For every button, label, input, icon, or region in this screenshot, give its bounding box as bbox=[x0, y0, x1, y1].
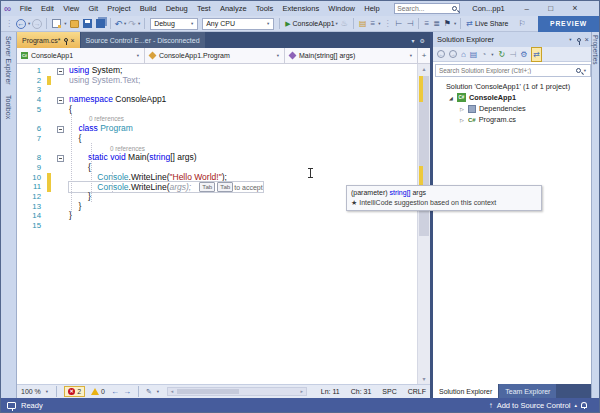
sync-with-active-document-icon[interactable]: ⇄ bbox=[531, 47, 542, 62]
solution-search-input[interactable] bbox=[439, 67, 574, 74]
bookmark-icon[interactable]: ⚑ bbox=[444, 19, 451, 28]
start-debugging-label[interactable]: ConsoleApp1 bbox=[293, 20, 335, 27]
server-explorer-tab[interactable]: Server Explorer bbox=[5, 36, 12, 85]
horizontal-scrollbar[interactable]: ◂ ▸ bbox=[167, 387, 307, 396]
minimize-button[interactable]: – bbox=[515, 1, 539, 16]
error-count-badge[interactable]: ✕ 2 bbox=[64, 386, 85, 397]
code-text[interactable]: { bbox=[69, 105, 72, 115]
menu-item-view[interactable]: View bbox=[59, 4, 84, 13]
project-dropdown[interactable]: C# ConsoleApp1 ▾ bbox=[17, 48, 145, 63]
preview-button[interactable]: PREVIEW bbox=[538, 16, 599, 32]
navigate-forward-icon[interactable]: → bbox=[32, 19, 42, 29]
tree-item-dependencies[interactable]: ▷Dependencies bbox=[433, 103, 593, 114]
menu-item-extensions[interactable]: Extensions bbox=[278, 4, 324, 13]
solution-platform-select[interactable]: Any CPU ▾ bbox=[202, 18, 274, 30]
back-icon[interactable]: ← bbox=[437, 50, 445, 58]
code-text[interactable]: using System.Text; bbox=[69, 76, 140, 86]
menu-item-tools[interactable]: Tools bbox=[251, 4, 278, 13]
feedback-status-icon[interactable] bbox=[7, 402, 16, 409]
toolbar-grip-icon[interactable]: ⋮ bbox=[384, 19, 392, 28]
switch-views-icon[interactable]: ▤ bbox=[470, 48, 478, 61]
close-panel-icon[interactable]: × bbox=[585, 35, 589, 44]
toolbox-tab[interactable]: Toolbox bbox=[5, 95, 12, 119]
indent-icon[interactable]: ⊢ bbox=[396, 19, 403, 28]
vertical-scrollbar[interactable]: ▴ ▾ bbox=[417, 64, 430, 384]
collapse-region-icon[interactable] bbox=[57, 97, 64, 104]
menu-item-file[interactable]: File bbox=[15, 4, 36, 13]
redo-caret-icon[interactable]: ▾ bbox=[138, 21, 140, 26]
expander-icon[interactable]: ◢ bbox=[448, 95, 454, 101]
add-to-source-control-button[interactable]: Add to Source Control bbox=[497, 401, 571, 410]
forward-icon[interactable]: → bbox=[449, 50, 457, 58]
window-options-icon[interactable]: ⚙ bbox=[420, 37, 425, 44]
find-in-files-icon[interactable]: ▤ bbox=[359, 19, 367, 28]
filter-caret-icon[interactable]: ▾ bbox=[491, 52, 493, 57]
new-file-caret-icon[interactable]: ▾ bbox=[64, 21, 66, 26]
suggestion-icon[interactable]: ✎ bbox=[146, 388, 152, 396]
code-text[interactable]: Console.WriteLine(args); TabTabto accept bbox=[69, 182, 263, 192]
code-text[interactable]: Console.WriteLine("Hello World!"); bbox=[69, 173, 227, 183]
menu-item-project[interactable]: Project bbox=[103, 4, 136, 13]
close-button[interactable]: × bbox=[563, 1, 587, 16]
collapse-region-icon[interactable] bbox=[57, 155, 64, 162]
expander-icon[interactable]: ▷ bbox=[459, 117, 465, 123]
scroll-left-icon[interactable]: ◂ bbox=[168, 388, 176, 395]
save-all-icon[interactable] bbox=[96, 19, 105, 28]
line-ending-indicator[interactable]: CRLF bbox=[408, 388, 426, 395]
pin-panel-icon[interactable] bbox=[577, 38, 581, 42]
tab-solution-explorer[interactable]: Solution Explorer bbox=[433, 384, 498, 398]
zoom-level[interactable]: 100 % bbox=[21, 388, 41, 395]
navigate-back-icon[interactable]: ← bbox=[16, 19, 26, 29]
menu-item-test[interactable]: Test bbox=[192, 4, 215, 13]
scrollbar-thumb[interactable] bbox=[177, 389, 239, 394]
send-feedback-icon[interactable]: ⚐ bbox=[518, 19, 525, 28]
outdent-icon[interactable]: ⊣ bbox=[406, 19, 413, 28]
tree-item-program-cs[interactable]: ▷C#Program.cs bbox=[433, 114, 593, 125]
start-debugging-caret-icon[interactable]: ▾ bbox=[336, 21, 338, 26]
bookmark-caret-icon[interactable]: ▾ bbox=[454, 21, 456, 26]
uncomment-icon[interactable]: ≣ bbox=[433, 19, 440, 28]
menu-item-build[interactable]: Build bbox=[135, 4, 161, 13]
solution-explorer-title-bar[interactable]: Solution Explorer ▾ × bbox=[433, 32, 593, 47]
code-text[interactable]: namespace ConsoleApp1 bbox=[69, 95, 166, 105]
properties-icon[interactable]: ⚙ bbox=[520, 48, 527, 61]
refresh-icon[interactable]: ↻ bbox=[499, 48, 506, 61]
next-issue-icon[interactable]: → bbox=[123, 387, 131, 396]
code-text[interactable]: } bbox=[69, 211, 72, 221]
close-tab-icon[interactable]: × bbox=[71, 37, 75, 44]
warning-count-badge[interactable]: 0 bbox=[89, 388, 107, 395]
menu-item-analyze[interactable]: Analyze bbox=[215, 4, 251, 13]
expander-icon[interactable]: ▷ bbox=[459, 106, 465, 112]
undo-icon[interactable]: ↶ bbox=[115, 19, 123, 29]
tab-team-explorer[interactable]: Team Explorer bbox=[499, 384, 556, 398]
menu-item-debug[interactable]: Debug bbox=[161, 4, 192, 13]
tab-source-control-explorer[interactable]: Source Control E...er - Disconnected bbox=[81, 32, 205, 48]
scroll-up-icon[interactable]: ▴ bbox=[418, 64, 430, 74]
search-options-caret-icon[interactable]: ▾ bbox=[584, 68, 586, 73]
home-icon[interactable]: ⌂ bbox=[461, 48, 466, 61]
scroll-right-icon[interactable]: ▸ bbox=[298, 388, 306, 395]
toolbar-grip-icon[interactable]: ⋮ bbox=[5, 19, 13, 28]
type-dropdown[interactable]: ConsoleApp1.Program ▾ bbox=[145, 48, 285, 63]
solution-search-box[interactable]: ▾ bbox=[435, 64, 591, 77]
image-watch-icon[interactable]: ≡ bbox=[371, 19, 376, 28]
collapse-region-icon[interactable] bbox=[57, 126, 64, 133]
menu-item-help[interactable]: Help bbox=[360, 4, 385, 13]
zoom-caret-icon[interactable]: ▾ bbox=[46, 389, 48, 394]
tab-program-cs[interactable]: Program.cs* × bbox=[17, 32, 80, 48]
live-share-icon[interactable]: ⇄ bbox=[466, 19, 473, 28]
global-search-box[interactable] bbox=[394, 3, 460, 14]
navigate-back-caret-icon[interactable]: ▾ bbox=[28, 21, 30, 26]
menu-item-window[interactable]: Window bbox=[324, 4, 360, 13]
previous-issue-icon[interactable]: ← bbox=[111, 387, 119, 396]
global-search-input[interactable] bbox=[397, 5, 450, 12]
collapse-region-icon[interactable] bbox=[57, 68, 64, 75]
pin-tab-icon[interactable] bbox=[64, 38, 68, 42]
menu-item-edit[interactable]: Edit bbox=[36, 4, 58, 13]
pending-changes-filter-icon[interactable]: ◔ bbox=[481, 48, 486, 61]
tree-item-solution-consoleapp1-1-of-1-project[interactable]: Solution 'ConsoleApp1' (1 of 1 project) bbox=[433, 81, 593, 92]
maximize-button[interactable]: □ bbox=[539, 1, 563, 16]
scroll-down-icon[interactable]: ▾ bbox=[418, 374, 430, 384]
new-file-icon[interactable] bbox=[52, 19, 61, 28]
live-share-label[interactable]: Live Share bbox=[475, 20, 508, 27]
